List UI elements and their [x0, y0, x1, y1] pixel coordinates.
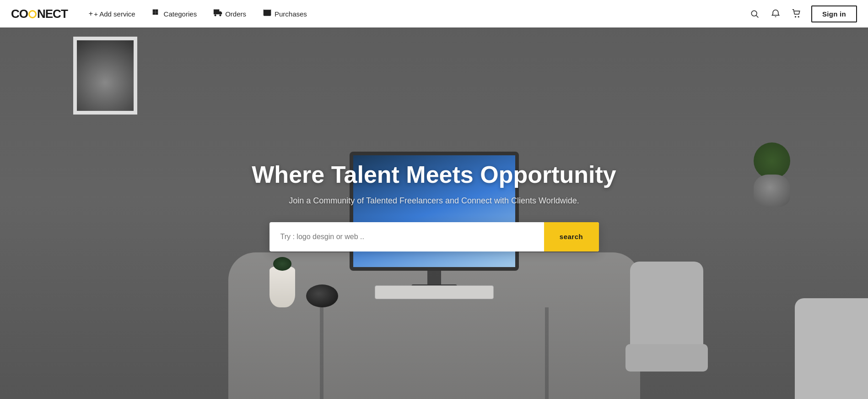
notifications-button[interactable] — [769, 7, 782, 20]
svg-rect-0 — [152, 10, 155, 12]
plant-pot — [754, 175, 790, 207]
logo[interactable]: CONECT — [11, 7, 68, 21]
hero-content: Where Talent Meets Opportunity Join a Co… — [252, 161, 616, 251]
orders-label: Orders — [225, 10, 246, 18]
desk-bowl — [306, 284, 338, 307]
nav-right: Sign in — [748, 5, 857, 22]
search-nav-button[interactable] — [748, 7, 761, 20]
svg-rect-3 — [155, 12, 158, 15]
chair-right — [795, 298, 868, 399]
add-service-label: + Add service — [94, 10, 135, 18]
logo-co: CO — [11, 7, 28, 21]
svg-rect-2 — [152, 12, 155, 15]
plus-icon: + — [89, 10, 93, 18]
svg-point-10 — [798, 16, 799, 17]
add-service-link[interactable]: + + Add service — [82, 6, 142, 22]
search-nav-icon — [750, 9, 759, 18]
picture-inner — [77, 40, 134, 111]
hero-subtitle: Join a Community of Talented Freelancers… — [252, 196, 616, 206]
plant-right — [749, 152, 795, 207]
truck-icon — [213, 8, 222, 19]
svg-line-8 — [756, 16, 759, 18]
envelope-icon — [263, 8, 272, 19]
keyboard — [375, 285, 494, 299]
cart-icon — [792, 9, 801, 18]
hero-title: Where Talent Meets Opportunity — [252, 161, 616, 189]
svg-point-7 — [751, 11, 757, 16]
cart-button[interactable] — [790, 7, 803, 20]
search-input[interactable] — [270, 222, 544, 251]
sign-in-button[interactable]: Sign in — [811, 5, 857, 22]
orders-link[interactable]: Orders — [207, 5, 253, 23]
svg-point-5 — [219, 14, 221, 16]
desk-vase — [270, 266, 295, 307]
bell-icon — [771, 9, 780, 18]
chair-back — [630, 262, 703, 353]
svg-rect-1 — [155, 10, 158, 12]
purchases-label: Purchases — [275, 10, 307, 18]
logo-text: CONECT — [11, 7, 68, 21]
search-bar: search — [270, 222, 599, 251]
navbar: CONECT + + Add service Categories Orders… — [0, 0, 868, 27]
picture-frame — [73, 37, 137, 115]
chair-seat — [625, 344, 708, 372]
nav-links: + + Add service Categories Orders Purcha… — [82, 5, 748, 23]
categories-label: Categories — [164, 10, 197, 18]
svg-point-9 — [795, 16, 796, 17]
categories-link[interactable]: Categories — [146, 5, 204, 23]
svg-point-4 — [215, 14, 216, 16]
search-button[interactable]: search — [544, 222, 599, 251]
monitor-stand — [427, 270, 441, 286]
logo-ect: NECT — [37, 7, 68, 21]
desk-leg-left — [320, 307, 323, 399]
chair-left — [621, 262, 712, 399]
plant-leaves — [754, 142, 790, 179]
desk-leg-right — [545, 307, 549, 399]
logo-circle — [28, 10, 37, 18]
categories-icon — [152, 8, 161, 19]
hero-section: Where Talent Meets Opportunity Join a Co… — [0, 0, 868, 399]
purchases-link[interactable]: Purchases — [256, 5, 313, 23]
